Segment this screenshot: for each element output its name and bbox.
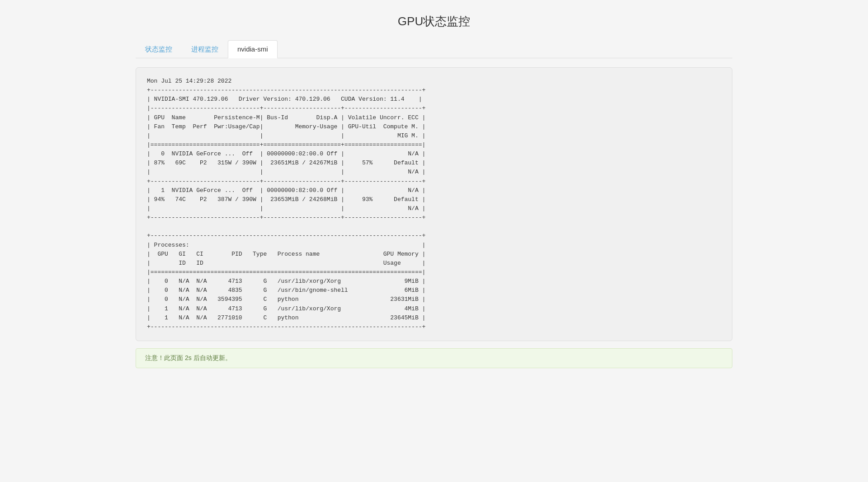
- tab-process[interactable]: 进程监控: [182, 40, 228, 58]
- page-title: GPU状态监控: [136, 14, 732, 29]
- notice-text: 注意！此页面 2s 后自动更新。: [145, 354, 231, 361]
- page-container: GPU状态监控 状态监控 进程监控 nvidia-smi Mon Jul 25 …: [118, 0, 750, 377]
- tab-status[interactable]: 状态监控: [136, 40, 182, 58]
- nvidia-smi-output: Mon Jul 25 14:29:28 2022 +--------------…: [147, 77, 721, 332]
- nvidia-smi-card: Mon Jul 25 14:29:28 2022 +--------------…: [136, 67, 732, 341]
- tab-nvidia-smi[interactable]: nvidia-smi: [228, 40, 278, 58]
- notice-bar: 注意！此页面 2s 后自动更新。: [136, 348, 732, 368]
- tabs-bar: 状态监控 进程监控 nvidia-smi: [136, 40, 732, 58]
